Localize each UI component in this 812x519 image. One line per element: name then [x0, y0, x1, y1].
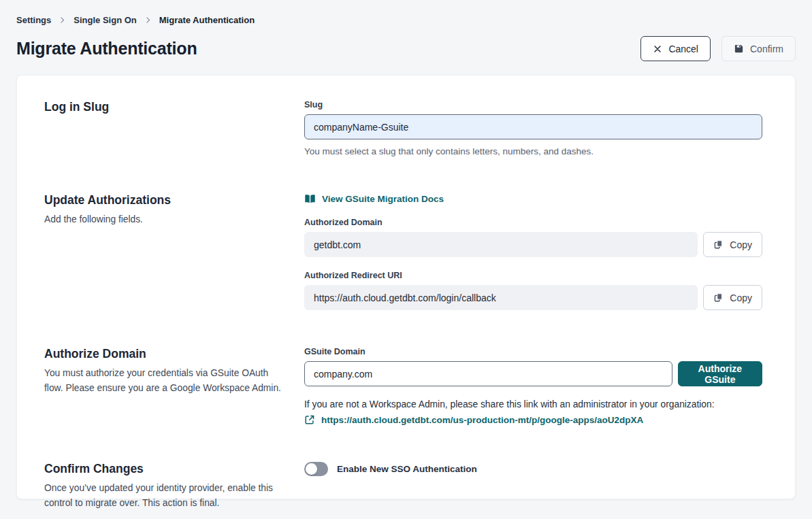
copy-button-label: Copy [730, 292, 752, 303]
view-gsuite-migration-docs-link[interactable]: View GSuite Migration Docs [304, 193, 444, 205]
confirm-button-label: Confirm [750, 44, 783, 54]
confirm-changes-heading: Confirm Changes [44, 462, 304, 476]
close-icon [653, 44, 662, 54]
confirm-button[interactable]: Confirm [721, 36, 796, 61]
section-authorize-domain: Authorize Domain You must authorize your… [44, 347, 762, 425]
page-header: Settings Single Sign On Migrate Authenti… [0, 0, 812, 61]
section-login-slug: Log in Slug Slug You must select a slug … [44, 100, 762, 156]
redirect-uri-group: Authorized Redirect URI https://auth.clo… [304, 271, 762, 310]
confirm-changes-description: Once you’ve updated your identity provid… [44, 481, 282, 511]
admin-share-link[interactable]: https://auth.cloud.getdbt.com/us-product… [321, 415, 643, 425]
header-actions: Cancel Confirm [640, 36, 796, 61]
gsuite-domain-input[interactable] [304, 361, 672, 386]
copy-redirect-uri-button[interactable]: Copy [703, 285, 762, 310]
copy-icon [713, 239, 724, 250]
breadcrumb-current-page: Migrate Authentication [159, 15, 255, 25]
copy-authorized-domain-button[interactable]: Copy [703, 232, 762, 257]
copy-button-label: Copy [730, 239, 752, 250]
authorize-gsuite-button[interactable]: Authorize GSuite [678, 361, 762, 386]
slug-label: Slug [304, 100, 762, 110]
page-title: Migrate Authentication [16, 39, 197, 58]
breadcrumb: Settings Single Sign On Migrate Authenti… [16, 15, 796, 25]
authorize-domain-heading: Authorize Domain [44, 347, 304, 361]
book-icon [304, 193, 316, 205]
settings-card: Log in Slug Slug You must select a slug … [16, 75, 796, 499]
enable-sso-toggle[interactable] [304, 462, 328, 476]
section-update-authorizations: Update Authorizations Add the following … [44, 193, 762, 310]
login-slug-heading: Log in Slug [44, 100, 304, 114]
chevron-right-icon [58, 16, 67, 24]
copy-icon [713, 292, 724, 303]
cancel-button[interactable]: Cancel [640, 36, 711, 61]
view-gsuite-migration-docs-label: View GSuite Migration Docs [322, 194, 444, 204]
slug-input[interactable] [304, 114, 762, 139]
breadcrumb-settings[interactable]: Settings [16, 15, 51, 25]
chevron-right-icon [144, 16, 152, 24]
redirect-uri-value: https://auth.cloud.getdbt.com/login/call… [304, 285, 698, 310]
save-icon [734, 44, 744, 54]
update-authorizations-description: Add the following fields. [44, 212, 282, 227]
redirect-uri-label: Authorized Redirect URI [304, 271, 762, 280]
breadcrumb-single-sign-on[interactable]: Single Sign On [74, 15, 136, 25]
gsuite-domain-label: GSuite Domain [304, 347, 762, 356]
authorized-domain-value: getdbt.com [304, 232, 698, 257]
enable-sso-toggle-label: Enable New SSO Authentication [337, 464, 477, 474]
toggle-knob [306, 463, 317, 475]
authorize-domain-description: You must authorize your credentials via … [44, 366, 282, 396]
update-authorizations-heading: Update Authorizations [44, 193, 304, 207]
authorized-domain-label: Authorized Domain [304, 218, 762, 227]
section-confirm-changes: Confirm Changes Once you’ve updated your… [44, 462, 762, 511]
external-link-icon [304, 414, 315, 425]
authorize-gsuite-button-label: Authorize GSuite [689, 363, 751, 385]
cancel-button-label: Cancel [668, 44, 698, 54]
slug-helper-text: You must select a slug that only contain… [304, 146, 762, 156]
workspace-admin-note: If you are not a Workspace Admin, please… [304, 399, 762, 409]
authorized-domain-group: Authorized Domain getdbt.com Copy [304, 218, 762, 257]
